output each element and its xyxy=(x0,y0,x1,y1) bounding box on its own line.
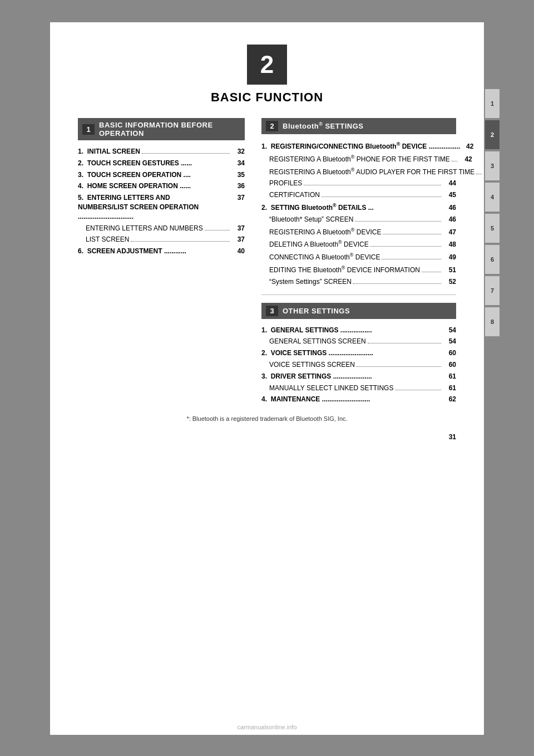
s2-entry-1d: CERTIFICATION 45 xyxy=(261,190,456,200)
section3-header: 3 OTHER SETTINGS xyxy=(261,303,456,319)
page-number: 31 xyxy=(78,433,456,441)
side-tab-4: 4 xyxy=(485,183,500,212)
toc-entry-4: 4. HOME SCREEN OPERATION ...... 36 xyxy=(78,181,245,191)
s3-entry-1a: GENERAL SETTINGS SCREEN 54 xyxy=(261,337,456,346)
section1-column: 1 BASIC INFORMATION BEFORE OPERATION 1. … xyxy=(78,118,245,406)
s3-entry-1: 1. GENERAL SETTINGS ................. 54 xyxy=(261,326,456,335)
section2-3-column: 2 Bluetooth® SETTINGS 1. REGISTERING/CON… xyxy=(261,118,456,406)
side-tab-6: 6 xyxy=(485,245,500,274)
toc-entry-3: 3. TOUCH SCREEN OPERATION .... 35 xyxy=(78,170,245,180)
toc-entry-2: 2. TOUCH SCREEN GESTURES ...... 34 xyxy=(78,159,245,168)
side-tab-8: 8 xyxy=(485,307,500,336)
chapter-block: 2 BASIC FUNCTION xyxy=(78,45,456,105)
s3-entry-4: 4. MAINTENANCE .........................… xyxy=(261,395,456,404)
watermark: carmanualsonline.info xyxy=(50,724,484,730)
section1-num: 1 xyxy=(82,124,95,135)
section1-header: 1 BASIC INFORMATION BEFORE OPERATION xyxy=(78,118,245,140)
s2-entry-1b: REGISTERING A Bluetooth® AUDIO PLAYER FO… xyxy=(261,166,456,177)
section3-num: 3 xyxy=(266,306,278,316)
section2-num: 2 xyxy=(266,121,278,131)
s3-entry-3: 3. DRIVER SETTINGS .....................… xyxy=(261,372,456,381)
footnote: *: Bluetooth is a registered trademark o… xyxy=(78,415,456,422)
side-tab-1: 1 xyxy=(485,89,500,118)
s2-entry-1c: PROFILES 44 xyxy=(261,179,456,188)
s3-entry-2: 2. VOICE SETTINGS ......................… xyxy=(261,348,456,358)
side-tab-2: 2 xyxy=(485,120,500,149)
side-tab-7: 7 xyxy=(485,276,500,305)
toc-entry-6: 6. SCREEN ADJUSTMENT ............ 40 xyxy=(78,247,245,256)
side-tabs: 1 2 3 4 5 6 7 8 xyxy=(485,89,500,336)
s3-entry-2a: VOICE SETTINGS SCREEN 60 xyxy=(261,360,456,370)
s2-entry-2f: “System Settings” SCREEN 52 xyxy=(261,277,456,287)
section1-title: BASIC INFORMATION BEFORE OPERATION xyxy=(99,121,240,138)
toc-columns: 1 BASIC INFORMATION BEFORE OPERATION 1. … xyxy=(78,118,456,406)
s2-entry-2b: REGISTERING A Bluetooth® DEVICE 47 xyxy=(261,227,456,237)
toc-entry-5a: ENTERING LETTERS AND NUMBERS 37 xyxy=(78,224,245,233)
s2-entry-1: 1. REGISTERING/CONNECTING Bluetooth® DEV… xyxy=(261,141,456,151)
side-tab-5: 5 xyxy=(485,214,500,243)
section3-title: OTHER SETTINGS xyxy=(283,307,350,315)
page: 1 2 3 4 5 6 7 8 2 BASIC FUNCTION 1 BASIC… xyxy=(50,22,484,735)
side-tab-3: 3 xyxy=(485,151,500,180)
toc-entry-5: 5. ENTERING LETTERS AND NUMBERS/LIST SCR… xyxy=(78,193,245,221)
s2-entry-1a: REGISTERING A Bluetooth® PHONE FOR THE F… xyxy=(261,154,456,164)
s2-entry-2e: EDITING THE Bluetooth® DEVICE INFORMATIO… xyxy=(261,264,456,275)
s2-entry-2: 2. SETTING Bluetooth® DETAILS ... 46 xyxy=(261,202,456,213)
section-divider xyxy=(261,294,456,295)
toc-entry-1: 1. INITIAL SCREEN 32 xyxy=(78,147,245,156)
s3-entry-3a: MANUALLY SELECT LINKED SETTINGS 61 xyxy=(261,384,456,393)
section2-title: Bluetooth® SETTINGS xyxy=(283,121,363,130)
s2-entry-2a: “Bluetooth* Setup” SCREEN 46 xyxy=(261,215,456,224)
s2-entry-2d: CONNECTING A Bluetooth® DEVICE 49 xyxy=(261,252,456,262)
toc-entry-5b: LIST SCREEN 37 xyxy=(78,235,245,244)
chapter-title: BASIC FUNCTION xyxy=(211,90,323,105)
s2-entry-2c: DELETING A Bluetooth® DEVICE 48 xyxy=(261,239,456,249)
chapter-number: 2 xyxy=(247,45,287,85)
section2-header: 2 Bluetooth® SETTINGS xyxy=(261,118,456,134)
